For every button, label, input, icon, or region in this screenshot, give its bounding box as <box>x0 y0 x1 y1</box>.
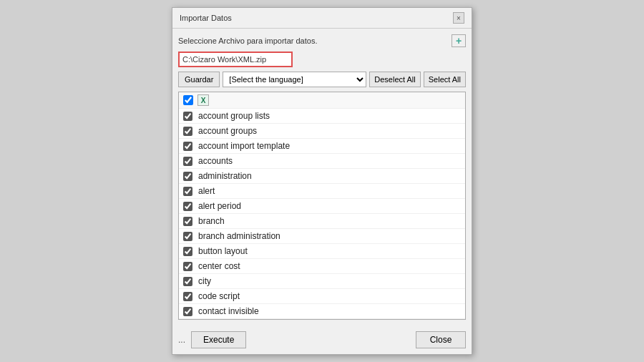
select-all-button[interactable]: Select All <box>424 72 466 87</box>
select-file-label: Seleccione Archivo para importar datos. <box>178 36 449 45</box>
dialog-titlebar: Importar Datos × <box>172 8 472 29</box>
list-item[interactable]: branch administration <box>179 229 465 244</box>
list-item-label: branch administration <box>198 231 280 241</box>
list-header: X <box>179 92 465 109</box>
list-item[interactable]: contact invisible <box>179 304 465 319</box>
list-item-checkbox[interactable] <box>183 217 192 226</box>
list-item-label: alert <box>198 186 215 196</box>
list-item-label: button layout <box>198 246 248 256</box>
list-item[interactable]: account groups <box>179 124 465 139</box>
controls-row: Guardar [Select the language] Deselect A… <box>178 72 466 87</box>
list-item-label: account groups <box>198 126 257 136</box>
language-select[interactable]: [Select the language] <box>223 72 366 87</box>
list-item[interactable]: account group lists <box>179 109 465 124</box>
list-item-checkbox[interactable] <box>183 157 192 166</box>
guardar-button[interactable]: Guardar <box>178 72 220 87</box>
list-item[interactable]: code script <box>179 289 465 304</box>
dialog-title: Importar Datos <box>180 14 232 22</box>
list-item[interactable]: alert period <box>179 199 465 214</box>
list-item-checkbox[interactable] <box>183 112 192 121</box>
list-item-label: code script <box>198 291 240 301</box>
list-item-checkbox[interactable] <box>183 127 192 136</box>
list-item[interactable]: accounts <box>179 154 465 169</box>
list-item-checkbox[interactable] <box>183 187 192 196</box>
file-path-row <box>178 52 466 67</box>
list-item-label: branch <box>198 216 225 226</box>
list-item-checkbox[interactable] <box>183 262 192 271</box>
import-dialog: Importar Datos × Seleccione Archivo para… <box>172 7 472 355</box>
list-item[interactable]: branch <box>179 214 465 229</box>
dialog-footer: ... Execute Close <box>172 326 472 354</box>
list-item[interactable]: center cost <box>179 259 465 274</box>
excel-icon: X <box>197 94 209 106</box>
list-item[interactable]: city <box>179 274 465 289</box>
list-item-checkbox[interactable] <box>183 142 192 151</box>
list-item-label: account group lists <box>198 111 270 121</box>
list-item-label: city <box>198 276 211 286</box>
header-checkbox[interactable] <box>183 95 193 105</box>
select-file-row: Seleccione Archivo para importar datos. … <box>178 34 466 47</box>
deselect-all-button[interactable]: Deselect All <box>369 72 420 87</box>
list-item[interactable]: button layout <box>179 244 465 259</box>
list-item-checkbox[interactable] <box>183 172 192 181</box>
items-list-container: X account group listsaccount groupsaccou… <box>178 92 466 320</box>
list-item-checkbox[interactable] <box>183 247 192 256</box>
list-item-label: account import template <box>198 141 290 151</box>
list-item-checkbox[interactable] <box>183 202 192 211</box>
list-item[interactable]: account import template <box>179 139 465 154</box>
list-items-container: account group listsaccount groupsaccount… <box>179 109 465 319</box>
list-item-checkbox[interactable] <box>183 292 192 301</box>
list-item-label: accounts <box>198 156 233 166</box>
dialog-body: Seleccione Archivo para importar datos. … <box>172 29 472 326</box>
list-item[interactable]: alert <box>179 184 465 199</box>
list-item-checkbox[interactable] <box>183 277 192 286</box>
execute-button[interactable]: Execute <box>191 331 246 348</box>
list-item-checkbox[interactable] <box>183 232 192 241</box>
ellipsis-text: ... <box>178 335 185 345</box>
close-button[interactable]: Close <box>416 331 466 348</box>
add-file-button[interactable]: + <box>452 34 466 47</box>
file-path-input[interactable] <box>178 52 293 67</box>
list-item-checkbox[interactable] <box>183 307 192 316</box>
dialog-close-button[interactable]: × <box>453 12 464 24</box>
list-item-label: administration <box>198 171 252 181</box>
list-item-label: alert period <box>198 201 241 211</box>
list-item-label: center cost <box>198 261 240 271</box>
list-item-label: contact invisible <box>198 306 259 316</box>
list-item[interactable]: administration <box>179 169 465 184</box>
